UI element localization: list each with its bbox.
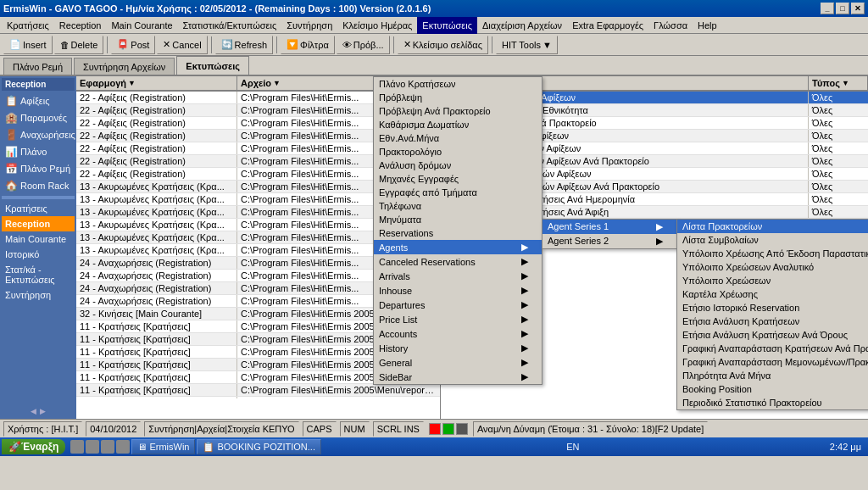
dropdown-egrafes-tmimata[interactable]: Εγγραφές από Τμήματα xyxy=(374,186,542,199)
table-row[interactable]: 11 - Κρατήσεις [Κρατήσεις] C:\Program Fi… xyxy=(76,384,440,397)
paramonews-icon: 🏨 xyxy=(5,112,18,124)
general-arrow-icon: ▶ xyxy=(521,357,528,368)
sidebar-item-plano[interactable]: 📊 Πλάνο xyxy=(2,143,75,160)
toolbar-separator-4 xyxy=(393,36,394,53)
dropdown-plano-kratisewn[interactable]: Πλάνο Κρατήσεων xyxy=(374,77,542,91)
taskbar-ermiswin[interactable]: 🖥 ErmisWin xyxy=(131,439,195,454)
dropdown-price-list[interactable]: Price List ▶ xyxy=(374,312,542,326)
sidebar-item-paramonews[interactable]: 🏨 Παραμονές xyxy=(2,109,75,126)
indicator-red xyxy=(429,423,441,435)
header-efarmogi[interactable]: Εφαρμογή ▼ xyxy=(76,76,237,90)
menu-statistika[interactable]: Στατιστικά/Εκτυπώσεις xyxy=(178,17,282,34)
dropdown-arrivals[interactable]: Arrivals ▶ xyxy=(374,269,542,283)
menu-kratiseis[interactable]: Κρατήσεις xyxy=(2,17,54,34)
menu-reception[interactable]: Reception xyxy=(54,17,107,34)
dropdown-praktologio[interactable]: Πρακτορολόγιο xyxy=(374,145,542,159)
sidebar-arrow-icon-menu: ▶ xyxy=(521,371,528,382)
hit-tools-arrow-icon: ▼ xyxy=(542,40,552,50)
dropdown-reservations[interactable]: Reservations xyxy=(374,226,542,240)
cancel-icon: ✕ xyxy=(163,39,170,50)
close-button[interactable]: ✕ xyxy=(851,3,865,14)
tab-synthrhsh-arxeiwn[interactable]: Συντήρηση Αρχείων xyxy=(74,58,175,75)
hit-tools-button[interactable]: HIT Tools ▼ xyxy=(496,36,558,54)
start-button[interactable]: 🚀 Έναρξη xyxy=(2,439,65,454)
ektypwseis-dropdown: Πλάνο Κρατήσεων Πρόβλεψη Πρόβλεψη Ανά Πρ… xyxy=(373,76,542,385)
sidebar-bottom-main-courante[interactable]: Main Courante xyxy=(2,231,75,247)
caps-status: CAPS xyxy=(303,421,337,437)
table-row[interactable]: 11 - Κρατήσεις [Κρατήσεις] C:\Program Fi… xyxy=(76,397,440,398)
menu-glwssa[interactable]: Γλώσσα xyxy=(648,17,693,34)
quick-icon-1[interactable] xyxy=(70,440,84,454)
dropdown-analysis-dromwn[interactable]: Ανάλυση δρόμων xyxy=(374,159,542,172)
accounts-arrow-icon: ▶ xyxy=(521,328,528,339)
menu-synthrhsh[interactable]: Συντήρηση xyxy=(281,17,337,34)
close-page-button[interactable]: ✕ Κλείσιμο σελίδας xyxy=(398,36,488,54)
sidebar-bottom-reception[interactable]: Reception xyxy=(2,216,75,231)
dropdown-canceled[interactable]: Canceled Reservations ▶ xyxy=(374,254,542,269)
sidebar-item-anaxwrhseis[interactable]: 🚪 Αναχωρήσεις xyxy=(2,126,75,143)
dropdown-mixanes-egrafes[interactable]: Μηχανές Εγγραφές xyxy=(374,172,542,186)
dropdown-sidebar[interactable]: SideBar ▶ xyxy=(374,370,542,384)
sidebar-bottom-statka[interactable]: Στατ/κά - Εκτυπώσεις xyxy=(2,262,75,287)
dropdown-general[interactable]: General ▶ xyxy=(374,355,542,370)
minimize-button[interactable]: _ xyxy=(821,3,834,14)
cancel-button[interactable]: ✕ Cancel xyxy=(157,36,207,54)
dropdown-accounts[interactable]: Accounts ▶ xyxy=(374,326,542,341)
refresh-button[interactable]: 🔄 Refresh xyxy=(215,36,274,54)
afixeis-icon: 📋 xyxy=(5,95,18,107)
inhouse-arrow-icon: ▶ xyxy=(521,285,528,296)
dropdown-agents[interactable]: Agents ▶ xyxy=(374,240,542,254)
sidebar-arrow-right[interactable]: ▶ xyxy=(40,407,46,415)
tab-plano-remi[interactable]: Πλάνο Ρεμή xyxy=(3,58,72,75)
user-status: Χρήστης : [H.I.T.] xyxy=(3,421,82,437)
taskbar: 🚀 Έναρξη 🖥 ErmisWin 📋 BOOKING POZITION..… xyxy=(0,437,868,456)
sidebar-item-room-rack[interactable]: 🏠 Room Rack xyxy=(2,177,75,194)
dropdown-departures[interactable]: Departures ▶ xyxy=(374,298,542,312)
app-title: ErmisWin - GAVO TAGOO - Ημ/νία Χρήσης : … xyxy=(3,3,431,14)
sidebar-bottom-istoriko[interactable]: Ιστορικό xyxy=(2,247,75,262)
delete-icon: 🗑 xyxy=(60,40,70,50)
taskbar-booking[interactable]: 📋 BOOKING POZITION... xyxy=(197,439,321,454)
menu-kleisimo[interactable]: Κλείσιμο Ημέρας xyxy=(337,17,417,34)
toolbar-separator-3 xyxy=(276,36,277,53)
content-area: Εφαρμογή ▼ Αρχείο ▼ 22 - Αφίξεις (Regist… xyxy=(76,76,868,419)
sort-arrow-efarmogi: ▼ xyxy=(128,79,136,87)
maximize-button[interactable]: □ xyxy=(836,3,849,14)
quick-icon-4[interactable] xyxy=(116,440,130,454)
language-indicator: EN xyxy=(563,442,582,452)
menu-bar: Κρατήσεις Reception Main Courante Στατισ… xyxy=(0,17,868,34)
dropdown-inhouse[interactable]: Inhouse ▶ xyxy=(374,283,542,298)
sidebar-title: Reception xyxy=(2,78,75,91)
departures-arrow-icon: ▶ xyxy=(521,299,528,310)
preview-button[interactable]: 👁 Πρόβ... xyxy=(337,36,390,54)
menu-main-courante[interactable]: Main Courante xyxy=(106,17,177,34)
sidebar-arrow-left[interactable]: ◀ xyxy=(31,407,36,415)
info-status: Αναμ/νη Δύναμη (Έτοιμα : 31 - Σύνολο: 18… xyxy=(473,421,708,437)
dropdown-ethn-ana-mhna[interactable]: Εθν.Ανά.Μήνα xyxy=(374,131,542,145)
dropdown-provlepsh[interactable]: Πρόβλεψη xyxy=(374,91,542,104)
menu-diaxeirish[interactable]: Διαχείριση Αρχείων xyxy=(477,17,567,34)
post-button[interactable]: 📮 Post xyxy=(111,36,155,54)
quick-icon-3[interactable] xyxy=(101,440,114,454)
dropdown-minymata[interactable]: Μηνύματα xyxy=(374,213,542,226)
tab-ektypwseis[interactable]: Εκτυπώσεις xyxy=(176,56,249,75)
sidebar-item-afixeis[interactable]: 📋 Αφίξεις xyxy=(2,92,75,109)
dropdown-tilefwna[interactable]: Τηλέφωνα xyxy=(374,199,542,213)
plano-remi-icon: 📅 xyxy=(5,163,18,175)
quick-icon-2[interactable] xyxy=(86,440,99,454)
menu-ektypwseis[interactable]: Εκτυπώσεις xyxy=(417,17,477,34)
sidebar-bottom-synthrhsh[interactable]: Συντήρηση xyxy=(2,287,75,303)
delete-button[interactable]: 🗑 Delete xyxy=(54,36,104,54)
sidebar-item-plano-remi[interactable]: 📅 Πλάνο Ρεμή xyxy=(2,160,75,177)
menu-help[interactable]: Help xyxy=(693,17,722,34)
sidebar-bottom-kratiseis[interactable]: Κρατήσεις xyxy=(2,201,75,216)
dropdown-katharisma[interactable]: Καθάρισμα Δωματίων xyxy=(374,118,542,131)
filtra-icon: 🔽 xyxy=(287,39,298,50)
dropdown-provlepsh-ana-praktoreio[interactable]: Πρόβλεψη Ανά Πρακτορείο xyxy=(374,104,542,118)
header-typos[interactable]: Τύπος ▼ xyxy=(809,76,868,90)
main-layout: Reception 📋 Αφίξεις 🏨 Παραμονές 🚪 Αναχωρ… xyxy=(0,76,868,419)
insert-button[interactable]: 📄 Insert xyxy=(3,36,53,54)
filtra-button[interactable]: 🔽 Φίλτρα xyxy=(281,36,335,54)
dropdown-history[interactable]: History ▶ xyxy=(374,341,542,355)
menu-extra[interactable]: Extra Εφαρμογές xyxy=(567,17,648,34)
